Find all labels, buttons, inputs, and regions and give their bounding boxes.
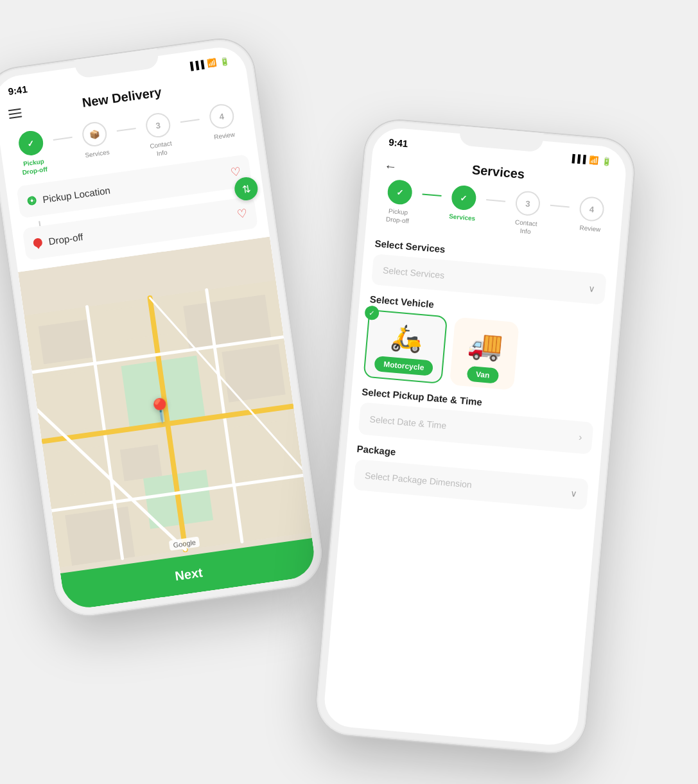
van-emoji: 🚚	[466, 327, 504, 364]
step-connector-3	[180, 119, 200, 123]
phone1-title: New Delivery	[81, 85, 162, 110]
step2-num-4: 4	[589, 204, 595, 214]
step-icon-2: 📦	[89, 128, 100, 139]
dropoff-heart-icon[interactable]: ♡	[236, 206, 248, 222]
pickup-heart-icon[interactable]: ♡	[230, 164, 242, 180]
phone2-content: 9:41 ▐▐▐ 📶 🔋 ← Services ✓	[322, 126, 628, 747]
vehicle-motorcycle-card[interactable]: ✓ 🛵 Motorcycle	[363, 309, 448, 384]
step2-connector-1	[423, 193, 442, 196]
vehicle-van-card[interactable]: 🚚 Van	[449, 317, 519, 390]
step2-label-2: Services	[449, 212, 476, 223]
step2-label-3: ContactInfo	[514, 218, 537, 236]
phone-1: 9:41 ▐▐▐ 📶 🔋 New Delivery	[0, 35, 326, 620]
step-circle-2: 📦	[81, 121, 109, 148]
wifi-icon-1: 📶	[207, 58, 218, 68]
phone-2: 9:41 ▐▐▐ 📶 🔋 ← Services ✓	[314, 118, 636, 756]
step2-connector-2	[486, 199, 505, 202]
map-block-8	[232, 421, 290, 478]
menu-line-3	[9, 116, 22, 119]
step-num-4: 4	[219, 111, 225, 121]
back-button[interactable]: ←	[383, 159, 397, 175]
select-services-placeholder: Select Services	[382, 265, 445, 280]
step-3-contact[interactable]: 3 ContactInfo	[134, 110, 185, 160]
vehicle-row: ✓ 🛵 Motorcycle 🚚 Van	[363, 309, 602, 397]
status-icons-2: ▐▐▐ 📶 🔋	[569, 153, 611, 166]
datetime-placeholder: Select Date & Time	[369, 414, 447, 431]
step-label-4: Review	[213, 130, 235, 141]
step2-check-1: ✓	[396, 187, 404, 197]
status-time-2: 9:41	[388, 137, 408, 150]
package-chevron-icon: ∨	[570, 488, 577, 499]
phone-1-screen: 9:41 ▐▐▐ 📶 🔋 New Delivery	[0, 44, 317, 611]
step2-circle-2: ✓	[451, 184, 477, 211]
step-label-1: PickupDrop-off	[21, 157, 48, 177]
menu-line-2	[8, 112, 21, 116]
step-circle-4: 4	[208, 103, 236, 130]
step-2-services[interactable]: 📦 Services	[71, 119, 120, 161]
step2-3-contact[interactable]: 3 ContactInfo	[503, 189, 552, 238]
dropoff-text: Drop-off	[48, 231, 84, 247]
map-block-1	[39, 319, 94, 364]
step-4-review[interactable]: 4 Review	[198, 101, 247, 143]
motorcycle-emoji: 🛵	[389, 322, 424, 354]
step2-label-4: Review	[579, 223, 601, 234]
phone1-content: 9:41 ▐▐▐ 📶 🔋 New Delivery	[0, 44, 317, 611]
motorcycle-check-icon: ✓	[364, 305, 380, 320]
step2-circle-4: 4	[579, 196, 605, 222]
wifi-icon-2: 📶	[589, 155, 599, 164]
step-label-3: ContactInfo	[150, 139, 174, 159]
map-block-7	[120, 444, 162, 481]
motorcycle-badge: Motorcycle	[374, 356, 433, 376]
step2-check-2: ✓	[460, 193, 467, 203]
signal-icon-1: ▐▐▐	[187, 60, 204, 71]
datetime-arrow-icon: ›	[578, 431, 582, 443]
step-connector-2	[117, 128, 136, 132]
step2-circle-1: ✓	[387, 179, 413, 205]
package-placeholder: Select Package Dimension	[364, 470, 472, 490]
scene: 9:41 ▐▐▐ 📶 🔋 New Delivery	[0, 0, 698, 784]
step2-circle-3: 3	[514, 190, 541, 216]
battery-icon-2: 🔋	[602, 156, 612, 166]
dropoff-dot	[33, 238, 43, 248]
phone2-body: Select Services Select Services ∨ Select…	[322, 228, 619, 747]
step-num-3: 3	[155, 120, 161, 130]
step-connector-1	[53, 137, 73, 141]
step2-connector-3	[550, 205, 570, 208]
step-check-1: ✓	[27, 138, 35, 148]
status-time-1: 9:41	[7, 83, 28, 97]
map-pin: 📍	[144, 396, 177, 426]
pickup-text: Pickup Location	[42, 184, 110, 205]
step2-label-1: PickupDrop-off	[385, 207, 410, 225]
step2-2-services[interactable]: ✓ Services	[439, 184, 487, 223]
map-background: 📍 Google Next	[18, 237, 317, 611]
phone-2-screen: 9:41 ▐▐▐ 📶 🔋 ← Services ✓	[322, 126, 628, 747]
map-block-9	[65, 507, 135, 566]
step2-num-3: 3	[525, 198, 531, 209]
pickup-dot	[27, 196, 37, 206]
services-chevron-icon: ∨	[588, 283, 595, 294]
menu-line-1	[8, 109, 21, 112]
menu-icon[interactable]	[8, 109, 22, 119]
map-block-5	[222, 344, 285, 403]
step-circle-3: 3	[144, 112, 172, 139]
step2-1-pickup[interactable]: ✓ PickupDrop-off	[375, 178, 424, 226]
step2-4-review[interactable]: 4 Review	[567, 195, 615, 234]
step-circle-1: ✓	[17, 129, 45, 157]
step-label-2: Services	[85, 148, 110, 159]
phone2-title: Services	[471, 162, 525, 181]
signal-icon-2: ▐▐▐	[569, 153, 586, 164]
status-icons-1: ▐▐▐ 📶 🔋	[187, 56, 230, 71]
step-1-pickup[interactable]: ✓ PickupDrop-off	[7, 128, 58, 178]
map-area[interactable]: 📍 Google Next	[18, 237, 317, 611]
van-badge: Van	[466, 366, 499, 384]
battery-icon-1: 🔋	[219, 56, 230, 66]
